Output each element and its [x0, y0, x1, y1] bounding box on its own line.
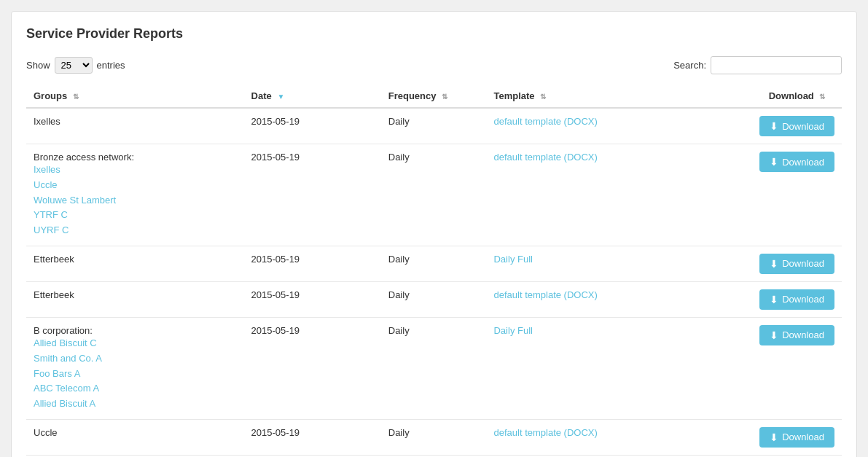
template-link-2[interactable]: Daily Full — [493, 254, 532, 265]
cell-date-3: 2015-05-19 — [244, 281, 381, 317]
group-sub-item: Foo Bars A — [34, 367, 237, 382]
cell-date-2: 2015-05-19 — [244, 246, 381, 281]
group-main-name: Bronze access network: — [34, 152, 134, 163]
search-box: Search: — [673, 56, 842, 74]
cell-template-3: default template (DOCX) — [486, 281, 752, 317]
search-input[interactable] — [711, 56, 842, 74]
group-main-name: Uccle — [34, 427, 58, 438]
group-sub-list: Allied Biscuit CSmith and Co. AFoo Bars … — [34, 336, 237, 412]
cell-frequency-2: Daily — [381, 246, 487, 281]
cell-frequency-5: Daily — [381, 419, 487, 455]
download-button-1[interactable]: ⬇Download — [759, 152, 834, 172]
cell-frequency-1: Daily — [381, 144, 487, 246]
group-sub-list: IxellesUccleWoluwe St LambertYTRF CUYRF … — [34, 163, 237, 238]
download-icon: ⬇ — [770, 156, 778, 168]
template-link-3[interactable]: default template (DOCX) — [493, 289, 597, 300]
col-header-template[interactable]: Template ⇅ — [486, 85, 752, 108]
col-header-frequency[interactable]: Frequency ⇅ — [381, 85, 487, 108]
entries-select[interactable]: 25 10 50 100 — [55, 57, 93, 74]
cell-download-1: ⬇Download — [752, 144, 842, 246]
download-button-4[interactable]: ⬇Download — [759, 325, 834, 345]
table-row: Etterbeek2015-05-19Dailydefault template… — [26, 281, 842, 317]
group-main-name: Etterbeek — [34, 289, 74, 300]
group-main-name: B corporation: — [34, 325, 93, 336]
sort-icon-template: ⇅ — [540, 93, 546, 101]
show-entries-control: Show 25 10 50 100 entries — [26, 57, 125, 74]
table-row: Etterbeek2015-05-19DailyDaily Full⬇Downl… — [26, 246, 842, 281]
cell-download-5: ⬇Download — [752, 419, 842, 455]
template-link-0[interactable]: default template (DOCX) — [493, 116, 597, 127]
group-main-name: Etterbeek — [34, 254, 74, 265]
cell-download-2: ⬇Download — [752, 246, 842, 281]
col-header-download[interactable]: Download ⇅ — [752, 85, 842, 108]
template-link-5[interactable]: default template (DOCX) — [493, 427, 597, 438]
download-button-5[interactable]: ⬇Download — [759, 427, 834, 448]
cell-frequency-4: Daily — [381, 317, 487, 419]
download-icon: ⬇ — [770, 120, 778, 132]
table-body: Ixelles2015-05-19Dailydefault template (… — [26, 108, 842, 457]
page-title: Service Provider Reports — [26, 26, 842, 42]
cell-template-5: default template (DOCX) — [486, 419, 752, 455]
cell-group-4: B corporation:Allied Biscuit CSmith and … — [26, 317, 244, 419]
cell-date-5: 2015-05-19 — [244, 419, 381, 455]
cell-date-1: 2015-05-19 — [244, 144, 381, 246]
cell-template-4: Daily Full — [486, 317, 752, 419]
cell-frequency-0: Daily — [381, 108, 487, 144]
table-header: Groups ⇅ Date ▼ Frequency ⇅ Template ⇅ D… — [26, 85, 842, 108]
table-row: Ixelles2015-05-19Dailydefault template (… — [26, 108, 842, 144]
col-header-date[interactable]: Date ▼ — [244, 85, 381, 108]
table-row: B corporation:Allied Biscuit CSmith and … — [26, 317, 842, 419]
download-icon: ⬇ — [770, 431, 778, 443]
group-main-name: Ixelles — [34, 116, 60, 127]
cell-template-2: Daily Full — [486, 246, 752, 281]
group-sub-item: Allied Biscuit A — [34, 397, 237, 412]
group-sub-item: Ixelles — [34, 163, 237, 178]
group-sub-item: YTRF C — [34, 208, 237, 223]
group-sub-item: Allied Biscuit C — [34, 336, 237, 351]
download-icon: ⬇ — [770, 329, 778, 341]
template-link-1[interactable]: default template (DOCX) — [493, 152, 597, 163]
table-row: Uccle2015-05-19Dailydefault template (DO… — [26, 419, 842, 455]
cell-group-3: Etterbeek — [26, 281, 244, 317]
download-icon: ⬇ — [770, 258, 778, 270]
cell-template-0: default template (DOCX) — [486, 108, 752, 144]
cell-download-4: ⬇Download — [752, 317, 842, 419]
download-button-0[interactable]: ⬇Download — [759, 116, 834, 136]
col-header-groups[interactable]: Groups ⇅ — [26, 85, 244, 108]
sort-icon-download: ⇅ — [819, 93, 825, 101]
sort-icon-frequency: ⇅ — [442, 93, 447, 101]
group-sub-item: Woluwe St Lambert — [34, 193, 237, 208]
table-row: Bronze access network:IxellesUccleWoluwe… — [26, 144, 842, 246]
cell-group-1: Bronze access network:IxellesUccleWoluwe… — [26, 144, 244, 246]
cell-group-5: Uccle — [26, 419, 244, 455]
download-button-2[interactable]: ⬇Download — [759, 254, 834, 274]
cell-download-0: ⬇Download — [752, 108, 842, 144]
cell-group-0: Ixelles — [26, 108, 244, 144]
template-link-4[interactable]: Daily Full — [493, 325, 532, 336]
group-sub-item: UYRF C — [34, 223, 237, 238]
cell-frequency-3: Daily — [381, 281, 487, 317]
sort-icon-date: ▼ — [277, 93, 284, 101]
sort-icon-groups: ⇅ — [73, 93, 79, 101]
cell-download-3: ⬇Download — [752, 281, 842, 317]
cell-template-1: default template (DOCX) — [486, 144, 752, 246]
entries-label: entries — [97, 60, 125, 71]
cell-date-4: 2015-05-19 — [244, 317, 381, 419]
reports-table: Groups ⇅ Date ▼ Frequency ⇅ Template ⇅ D… — [26, 85, 842, 457]
download-button-3[interactable]: ⬇Download — [759, 289, 834, 310]
download-icon: ⬇ — [770, 294, 778, 305]
group-sub-item: ABC Telecom A — [34, 381, 237, 397]
search-label: Search: — [673, 60, 706, 71]
cell-date-0: 2015-05-19 — [244, 108, 381, 144]
group-sub-item: Uccle — [34, 178, 237, 193]
cell-group-2: Etterbeek — [26, 246, 244, 281]
table-controls: Show 25 10 50 100 entries Search: — [26, 56, 842, 74]
group-sub-item: Smith and Co. A — [34, 351, 237, 367]
show-label: Show — [26, 60, 50, 71]
